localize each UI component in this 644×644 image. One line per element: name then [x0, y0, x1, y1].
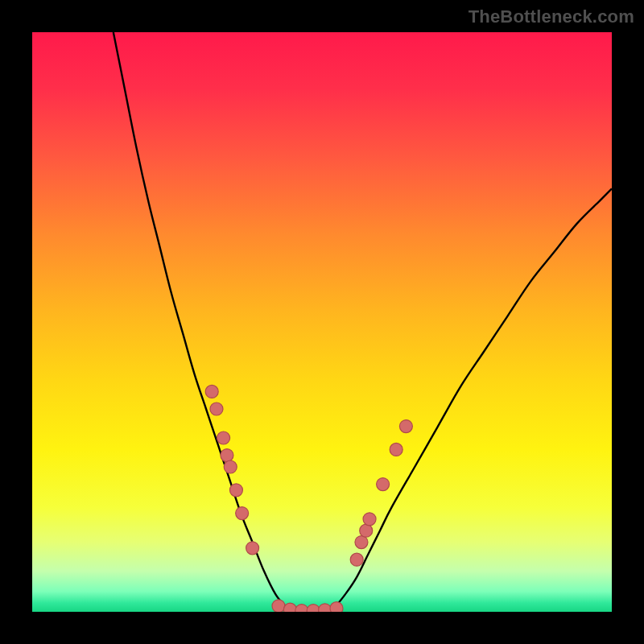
- marker-dot: [229, 484, 242, 497]
- marker-dot: [217, 431, 230, 444]
- markers-right: [350, 420, 412, 567]
- outer-frame: TheBottleneck.com: [0, 0, 644, 644]
- marker-dot: [236, 507, 249, 520]
- marker-dot: [377, 478, 390, 491]
- chart-svg: [32, 32, 612, 612]
- marker-dot: [246, 542, 259, 555]
- marker-dot: [355, 536, 368, 549]
- marker-dot: [363, 513, 376, 526]
- marker-dot: [224, 460, 237, 473]
- marker-dot: [295, 605, 308, 612]
- markers-left: [205, 385, 258, 554]
- marker-dot: [307, 605, 320, 612]
- right-curve: [333, 188, 612, 609]
- marker-dot: [272, 600, 285, 612]
- marker-dot: [283, 603, 296, 612]
- marker-dot: [319, 604, 332, 612]
- marker-dot: [330, 602, 343, 612]
- markers-bottom: [272, 600, 343, 612]
- left-curve: [114, 32, 287, 609]
- marker-dot: [390, 443, 402, 456]
- marker-dot: [399, 420, 412, 433]
- marker-dot: [205, 385, 218, 398]
- marker-dot: [360, 524, 373, 537]
- marker-dot: [221, 449, 233, 462]
- marker-dot: [350, 553, 363, 566]
- watermark-text: TheBottleneck.com: [469, 6, 634, 27]
- marker-dot: [210, 402, 223, 415]
- plot-area: [32, 32, 612, 612]
